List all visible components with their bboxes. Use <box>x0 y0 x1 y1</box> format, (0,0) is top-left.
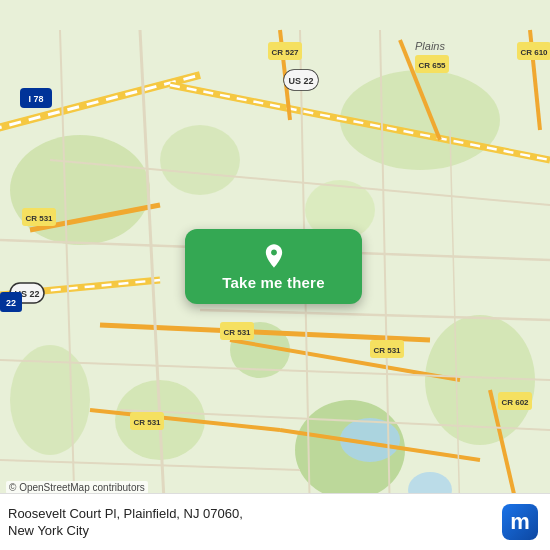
svg-text:CR 602: CR 602 <box>501 398 529 407</box>
take-me-there-button[interactable]: Take me there <box>185 229 362 304</box>
svg-text:CR 531: CR 531 <box>133 418 161 427</box>
location-pin-icon <box>260 242 288 270</box>
svg-text:CR 531: CR 531 <box>223 328 251 337</box>
svg-text:22: 22 <box>6 298 16 308</box>
svg-text:CR 531: CR 531 <box>25 214 53 223</box>
svg-line-32 <box>0 460 300 470</box>
bottom-bar: Roosevelt Court Pl, Plainfield, NJ 07060… <box>0 493 550 550</box>
svg-text:Plains: Plains <box>415 40 445 52</box>
svg-text:CR 610: CR 610 <box>520 48 548 57</box>
map-container: I 78 US 22 US 22 CR 527 CR 655 CR 610 CR… <box>0 0 550 550</box>
svg-line-33 <box>200 310 550 320</box>
address-section: Roosevelt Court Pl, Plainfield, NJ 07060… <box>8 506 243 538</box>
moovit-logo: m <box>502 504 538 540</box>
svg-text:US 22: US 22 <box>288 76 313 86</box>
svg-text:CR 531: CR 531 <box>373 346 401 355</box>
button-label: Take me there <box>222 274 324 291</box>
svg-point-7 <box>160 125 240 195</box>
moovit-icon: m <box>502 504 538 540</box>
address-line: Roosevelt Court Pl, Plainfield, NJ 07060… <box>8 506 243 521</box>
svg-text:CR 655: CR 655 <box>418 61 446 70</box>
svg-text:CR 527: CR 527 <box>271 48 299 57</box>
svg-text:I 78: I 78 <box>28 94 43 104</box>
city-line: New York City <box>8 523 243 538</box>
